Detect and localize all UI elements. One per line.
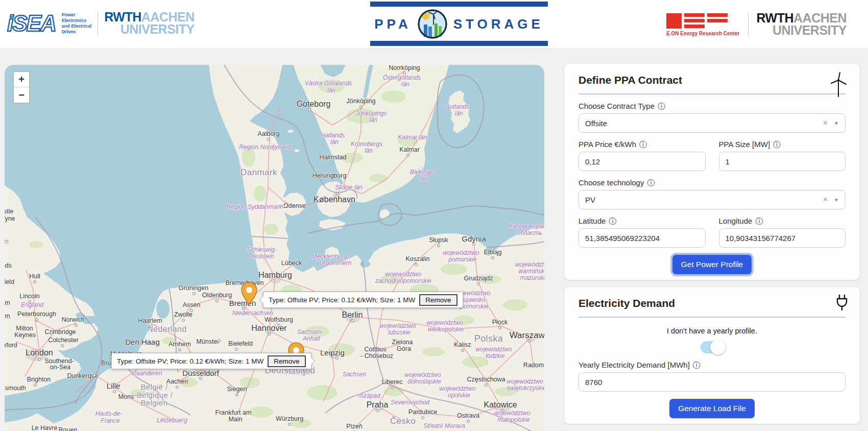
zoom-in-button[interactable]: + <box>14 72 29 87</box>
map-city-dot <box>288 423 291 426</box>
clear-icon[interactable]: × <box>823 195 828 204</box>
map-city-dot <box>28 300 31 303</box>
map-city-dot <box>34 384 37 387</box>
map-label: London <box>26 348 53 357</box>
contract-type-value: Offsite <box>585 119 607 128</box>
toggle-knob[interactable] <box>710 340 726 355</box>
map-label: Polska <box>474 333 503 344</box>
yearly-demand-input[interactable] <box>578 372 846 392</box>
logo-bar-bottom <box>370 41 548 46</box>
map-label: am <box>5 313 10 320</box>
map-label: Helsingborg <box>312 172 347 179</box>
map-label: Słupsk <box>429 236 448 244</box>
remove-marker-button[interactable]: Remove <box>419 294 457 306</box>
isea-tagline-line: and Electrical <box>62 23 92 29</box>
map-label: Norrköping <box>389 65 420 71</box>
isea-tagline-line: Power <box>62 12 92 18</box>
map-label: län <box>369 116 377 124</box>
eon-rwth-logos: E.ON Energy Research Center RWTHAACHEN U… <box>666 12 847 37</box>
map-label: Radom <box>523 362 544 369</box>
map-label: область <box>517 229 542 236</box>
map-city-dot <box>461 349 464 352</box>
chevron-down-icon[interactable]: ▼ <box>834 197 839 203</box>
info-icon[interactable]: ⓘ <box>755 217 763 225</box>
map-label: - Chóśebuz <box>360 352 393 360</box>
map-city-dot <box>437 244 440 247</box>
map-label: Leipzig <box>320 348 345 357</box>
map-label: Niedersachsen <box>232 309 273 317</box>
map-label: Sachsen- <box>297 328 323 336</box>
rwth-light: UNIVERSITY <box>757 25 847 37</box>
info-icon[interactable]: ⓘ <box>639 140 647 148</box>
map-city-dot <box>93 374 96 377</box>
map-city-dot <box>75 324 78 327</box>
power-plug-icon <box>834 294 850 312</box>
map-city-dot <box>218 339 221 342</box>
map-label: Ostrava <box>457 412 479 419</box>
map-label: ortsmouth <box>5 385 26 392</box>
generate-load-file-button[interactable]: Generate Load File <box>669 399 755 418</box>
latitude-input[interactable] <box>578 228 706 248</box>
map-city-dot <box>113 390 116 393</box>
yearly-profile-toggle[interactable] <box>701 341 724 353</box>
map-label: Peterborough <box>17 310 56 318</box>
map-label: Le Havre <box>32 424 58 431</box>
map-label: Grudziądz <box>464 275 493 282</box>
map-city-dot <box>182 319 185 322</box>
yearly-demand-label: Yearly Electricity Demand [MWh] <box>578 361 690 369</box>
latitude-label: Latitude <box>578 217 606 225</box>
map-city-dot <box>268 332 271 336</box>
card-divider <box>578 317 846 318</box>
price-input[interactable] <box>578 152 706 171</box>
clear-icon[interactable]: × <box>823 118 828 128</box>
zoom-out-button[interactable]: − <box>14 87 29 103</box>
map-label: Střední Morava <box>423 422 465 429</box>
map-city-dot <box>215 299 219 302</box>
info-icon[interactable]: ⓘ <box>609 217 616 225</box>
map-city-dot <box>330 161 333 164</box>
map[interactable]: NorrköpingGöteborgJönköpingAalborgHalmst… <box>5 65 544 431</box>
map-label: łódzkie <box>486 352 504 360</box>
info-icon[interactable]: ⓘ <box>658 102 665 110</box>
map-city-dot <box>38 358 41 361</box>
map-label: Pardubice <box>408 409 437 416</box>
size-input[interactable] <box>719 152 846 171</box>
map-label: Hannover <box>251 324 286 333</box>
map-zoom-control: + − <box>13 71 30 104</box>
map-label: Nederland <box>147 325 186 334</box>
map-label: Góra <box>397 345 411 352</box>
rwth-logo-right: RWTHAACHEN UNIVERSITY <box>757 12 847 37</box>
info-icon[interactable]: ⓘ <box>773 140 781 148</box>
ppa-card-title: Define PPA Contract <box>578 74 846 86</box>
contract-type-select[interactable]: Offsite ×▼ <box>578 113 846 133</box>
map-label: län <box>327 87 335 94</box>
map-label: län <box>330 138 339 146</box>
info-icon[interactable]: ⓘ <box>693 361 701 369</box>
ppa-wordmark: PPA <box>374 16 412 32</box>
map-label: Hull <box>29 273 40 280</box>
info-icon[interactable]: ⓘ <box>647 179 655 186</box>
remove-marker-button[interactable]: Remove <box>268 355 305 367</box>
chevron-down-icon[interactable]: ▼ <box>834 121 839 126</box>
marker-tooltip-text: Type: Offsite PV; Price: 0.12 €/kWh; Siz… <box>117 357 263 365</box>
ppa-contract-card: Define PPA Contract Choose Contract Type… <box>564 64 860 280</box>
map-label: Praha <box>367 400 389 410</box>
demand-card-title: Electricity Demand <box>578 297 846 309</box>
map-label: France <box>101 417 119 424</box>
get-power-profile-button[interactable]: Get Power Profile <box>672 255 752 274</box>
longitude-input[interactable] <box>719 228 846 248</box>
map-city-dot <box>235 393 238 396</box>
map-label: Berlin <box>342 310 363 320</box>
rwth-logo-left: RWTHAACHEN UNIVERSITY <box>104 11 194 36</box>
technology-select[interactable]: PV ×▼ <box>578 190 846 209</box>
map-label: Arnhem <box>168 341 191 348</box>
map-label: lubuskie <box>388 329 411 336</box>
map-label: län <box>365 147 373 154</box>
map-city-dot <box>415 263 418 266</box>
map-marker[interactable] <box>241 282 257 305</box>
marker-tooltip: Type: Offsite PV; Price: 0.12 €/kWh; Siz… <box>263 292 463 308</box>
map-label: Lëtzebuerg <box>157 417 187 424</box>
map-city-dot <box>192 292 196 295</box>
map-label: Kalmar län <box>398 134 427 141</box>
map-label: Colchester <box>48 337 79 344</box>
